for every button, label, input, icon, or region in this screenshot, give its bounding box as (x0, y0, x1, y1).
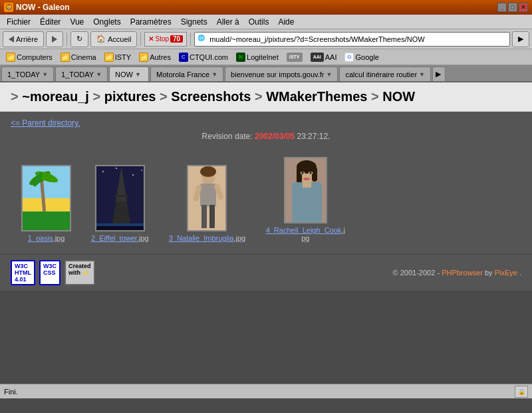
titlebar: 🦁 NOW - Galeon _ □ ✕ (0, 0, 532, 15)
menu-editer[interactable]: Éditer (36, 16, 65, 28)
breadcrumb-home[interactable]: ~moreau_j (22, 89, 89, 104)
breadcrumb-sep-start: > (11, 89, 19, 104)
pixeye-link[interactable]: PixEye (495, 269, 517, 277)
bookmark-computers[interactable]: 📁 Computers (3, 52, 56, 63)
tab-motorola[interactable]: Motorola France ▼ (150, 67, 223, 81)
tab-dropdown-icon[interactable]: ▼ (211, 71, 217, 78)
svg-rect-38 (292, 182, 322, 223)
image-oasis-label[interactable]: 1_oasis.jpg (28, 234, 65, 242)
bookmark-aai[interactable]: AAI AAI (307, 52, 340, 63)
bookmark-logitelnet-label: Logitelnet (247, 53, 279, 61)
menu-aide[interactable]: Aide (274, 16, 298, 28)
image-item-racheil[interactable]: 4_Racheil_Leigh_Cook.jpg (265, 157, 345, 242)
folder-icon: 📁 (6, 53, 15, 62)
w3c-html-badge: W3CHTML4.01 (11, 260, 35, 285)
bookmark-computers-label: Computers (17, 53, 53, 61)
svg-point-10 (132, 174, 134, 176)
image-racheil-label[interactable]: 4_Racheil_Leigh_Cook.jpg (265, 226, 345, 242)
bookmark-isty[interactable]: 📁 ISTY (101, 52, 134, 63)
breadcrumb-sep-3: > (255, 89, 266, 104)
by-text: by (485, 269, 495, 277)
svg-point-9 (116, 168, 117, 169)
nav-btn-right[interactable]: ▶ (512, 31, 529, 47)
menu-vue[interactable]: Vue (66, 16, 88, 28)
bookmark-autres[interactable]: 📁 Autres (136, 52, 174, 63)
image-natalie-label[interactable]: 3_Natalie_Imbruglia.jpg (169, 234, 246, 242)
tab-dropdown-icon[interactable]: ▼ (96, 71, 102, 78)
tab-dropdown-icon[interactable]: ▼ (327, 71, 332, 78)
created-badge: Createdwith ⚡ (65, 260, 95, 285)
bookmark-google[interactable]: G Google (341, 52, 382, 63)
svg-rect-23 (201, 205, 207, 228)
tab-1today-1[interactable]: 1_TODAY ▼ (1, 67, 54, 81)
tabs-bar: 1_TODAY ▼ 1_TODAY ▼ NOW ▼ Motorola Franc… (0, 65, 532, 82)
svg-point-37 (303, 178, 310, 180)
svg-point-35 (301, 172, 304, 174)
app-icon: 🦁 (4, 3, 13, 12)
breadcrumb-pixtures[interactable]: pixtures (104, 89, 156, 104)
folder-icon: 📁 (61, 53, 70, 62)
minimize-button[interactable]: _ (497, 3, 507, 12)
tab-impots[interactable]: bienvenue sur impots.gouv.fr ▼ (225, 67, 338, 81)
phpbrowser-link[interactable]: PHPbrowser (442, 269, 483, 277)
stop-button[interactable]: ✕ Stop 70 (144, 32, 187, 47)
main-content: <= Parent directory. Revision date: 2002… (0, 112, 532, 254)
svg-rect-16 (112, 218, 130, 220)
maximize-button[interactable]: □ (508, 3, 517, 12)
bookmark-ctqui[interactable]: C CTQUI.com (176, 52, 231, 63)
reload-button[interactable]: ↻ (70, 31, 88, 47)
tab-itineraire-label: calcul itinéraire routier (345, 70, 417, 78)
bookmark-cinema[interactable]: 📁 Cinema (57, 52, 100, 63)
bookmark-autres-label: Autres (150, 53, 171, 61)
stop-x-icon: ✕ (148, 35, 154, 43)
image-item-natalie[interactable]: 3_Natalie_Imbruglia.jpg (169, 165, 246, 242)
created-text: Createdwith ⚡ (68, 263, 91, 276)
tab-dropdown-icon[interactable]: ▼ (42, 71, 48, 78)
breadcrumb-wmakerthemes[interactable]: WMakerThemes (266, 89, 367, 104)
parent-dir-link[interactable]: <= Parent directory. (11, 118, 521, 128)
url-bar[interactable]: 🌐 muald/~moreau_j/pixtures/?d=Screenshot… (194, 32, 510, 47)
home-button[interactable]: 🏠 Accueil (90, 31, 137, 47)
menu-parametres[interactable]: Paramètres (126, 16, 176, 28)
menu-fichier[interactable]: Fichier (3, 16, 35, 28)
bookmarks-bar: 📁 Computers 📁 Cinema 📁 ISTY 📁 Autres C C… (0, 49, 532, 65)
svg-point-11 (141, 170, 142, 171)
tab-1today-1-label: 1_TODAY (7, 70, 40, 78)
menu-onglets[interactable]: Onglets (89, 16, 124, 28)
bookmark-isty2[interactable]: ISTY (283, 52, 306, 63)
tab-now[interactable]: NOW ▼ (109, 67, 149, 81)
close-button[interactable]: ✕ (519, 3, 528, 12)
status-text: Fini. (4, 388, 18, 396)
revision-label: Revision date: (202, 132, 253, 141)
copyright-text: © 2001-2002 - (393, 269, 440, 277)
folder-icon: 📁 (104, 53, 114, 62)
tab-dropdown-icon[interactable]: ▼ (419, 71, 425, 78)
tab-more[interactable]: ▶ (432, 67, 446, 81)
image-item-oasis[interactable]: 1_oasis.jpg (21, 165, 71, 242)
back-button[interactable]: Arrière (3, 31, 44, 47)
image-item-eiffel[interactable]: 2_Eiffel_tower.jpg (91, 165, 149, 242)
breadcrumb-sep-4: > (371, 89, 382, 104)
breadcrumb-sep-1: > (92, 89, 104, 104)
breadcrumb-now[interactable]: NOW (382, 89, 415, 104)
menu-signets[interactable]: Signets (177, 16, 211, 28)
statusbar: Fini. 🔒 (0, 384, 532, 398)
forward-icon (52, 36, 57, 43)
svg-rect-24 (209, 205, 215, 228)
menu-aller-a[interactable]: Aller à (213, 16, 243, 28)
revision-time: 23:27:12. (297, 132, 330, 141)
bookmark-logitelnet[interactable]: N Logitelnet (233, 52, 282, 63)
reload-icon: ↻ (76, 35, 82, 43)
breadcrumb-screenshots[interactable]: Screenshots (171, 89, 251, 104)
svg-point-8 (102, 171, 104, 172)
tab-dropdown-icon[interactable]: ▼ (135, 71, 141, 78)
forward-button[interactable] (46, 31, 63, 47)
folder-icon: 📁 (139, 53, 148, 62)
menu-outils[interactable]: Outils (245, 16, 273, 28)
image-eiffel-label[interactable]: 2_Eiffel_tower.jpg (91, 234, 149, 242)
revision-date: 2002/03/05 (255, 132, 295, 141)
tab-1today-2[interactable]: 1_TODAY ▼ (55, 67, 108, 81)
footer: W3CHTML4.01 W3CCSS Createdwith ⚡ © 2001-… (0, 254, 532, 291)
tab-itineraire[interactable]: calcul itinéraire routier ▼ (339, 67, 431, 81)
svg-rect-22 (200, 184, 216, 207)
